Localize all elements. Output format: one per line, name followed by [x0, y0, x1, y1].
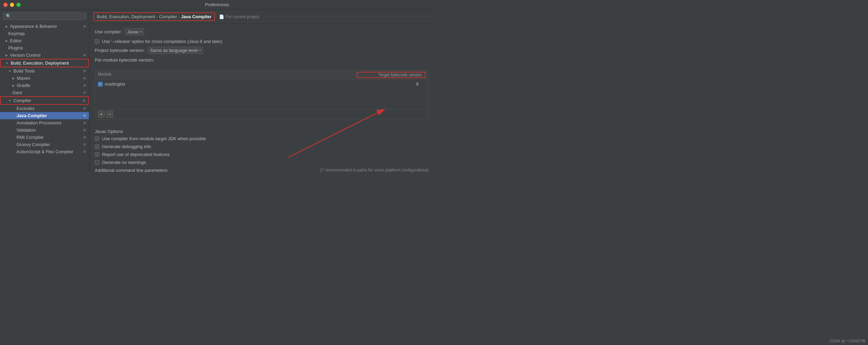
- project-icon: 📄: [219, 14, 224, 19]
- gradle-icon: ⚙: [83, 84, 86, 87]
- sidebar-item-build-tools[interactable]: Build Tools ⚙: [0, 67, 89, 75]
- compiler-value: Javac: [127, 29, 139, 34]
- sidebar-item-plugins[interactable]: Plugins: [0, 44, 89, 52]
- java-compiler-icon: ⚙: [83, 114, 86, 118]
- sidebar-label-plugins: Plugins: [8, 45, 23, 51]
- sidebar-label-vc: Version Control: [10, 53, 41, 58]
- excludes-icon: ⚙: [83, 107, 86, 110]
- col-version: Target bytecode version: [357, 72, 425, 78]
- use-compiler-label: Use compiler:: [95, 29, 122, 34]
- javac-checkbox-3[interactable]: [95, 160, 99, 165]
- release-option-checkbox[interactable]: [95, 39, 99, 44]
- form-section: Use compiler: Javac ▾ Use '--release' op…: [89, 24, 434, 70]
- sidebar-item-gant[interactable]: Gant ⚙: [0, 89, 89, 96]
- bytecode-version-label: Project bytecode version:: [95, 48, 145, 53]
- release-option-row: Use '--release' option for cross-compila…: [95, 39, 429, 44]
- sidebar-label-annotation: Annotation Processors: [16, 120, 61, 125]
- sidebar-item-gradle[interactable]: Gradle ⚙: [0, 82, 89, 89]
- sidebar-label-gradle: Gradle: [17, 83, 30, 88]
- triangle-editor-icon: [5, 39, 8, 43]
- javac-label-2: Report use of deprecated features: [102, 152, 170, 157]
- sidebar-item-maven[interactable]: Maven ⚙: [0, 75, 89, 82]
- vc-icon: ⚙: [83, 53, 86, 57]
- javac-option-2: Report use of deprecated features: [95, 152, 429, 157]
- table-row[interactable]: ▪ readinglist 8: [95, 80, 428, 88]
- bytecode-value: Same as language level: [150, 48, 198, 53]
- minimize-button[interactable]: [10, 3, 14, 7]
- for-current-project: 📄 For current project: [219, 14, 259, 19]
- triangle-gradle-icon: [12, 84, 15, 87]
- triangle-bt-icon: [8, 69, 11, 73]
- breadcrumb-build: Build, Execution, Deployment: [97, 14, 155, 19]
- sidebar-item-keymap[interactable]: Keymap: [0, 30, 89, 37]
- rmi-icon: ⚙: [83, 135, 86, 139]
- sidebar-label-editor: Editor: [10, 38, 22, 43]
- groovy-icon: ⚙: [83, 143, 86, 146]
- javac-checkbox-1[interactable]: [95, 144, 99, 149]
- table-empty-space: [95, 88, 428, 109]
- search-box[interactable]: 🔍: [3, 12, 86, 20]
- actionscript-icon: ⚙: [83, 150, 86, 154]
- sidebar-item-compiler[interactable]: Compiler ⚙: [0, 96, 89, 105]
- breadcrumb-nav: Build, Execution, Deployment › Compiler …: [93, 12, 215, 21]
- search-icon: 🔍: [6, 14, 11, 19]
- search-input[interactable]: [13, 14, 83, 19]
- remove-module-button[interactable]: −: [106, 111, 113, 118]
- javac-options-section: Use compiler from module target JDK when…: [89, 136, 434, 172]
- breadcrumb-compiler: Compiler: [159, 14, 177, 19]
- sidebar-item-actionscript[interactable]: ActionScript & Flex Compiler ⚙: [0, 148, 89, 155]
- maximize-button[interactable]: [16, 3, 21, 7]
- bytecode-dropdown-icon: ▾: [199, 48, 201, 52]
- sidebar-label-actionscript: ActionScript & Flex Compiler: [16, 149, 73, 154]
- per-module-label: Per-module bytecode version:: [95, 57, 154, 63]
- javac-label-0: Use compiler from module target JDK when…: [102, 136, 206, 141]
- sidebar-item-appearance[interactable]: Appearance & Behavior ⚙: [0, 23, 89, 30]
- close-button[interactable]: [3, 3, 8, 7]
- javac-checkbox-2[interactable]: [95, 152, 99, 157]
- content-area: Build, Execution, Deployment › Compiler …: [89, 10, 434, 172]
- sidebar-label-groovy: Groovy Compiler: [16, 142, 50, 147]
- bytecode-version-select[interactable]: Same as language level ▾: [148, 47, 203, 54]
- sidebar-item-annotation[interactable]: Annotation Processors ⚙: [0, 119, 89, 126]
- sidebar-item-version-control[interactable]: Version Control ⚙: [0, 52, 89, 59]
- javac-options-title: Javac Options: [89, 126, 434, 136]
- module-folder-icon: ▪: [98, 82, 103, 87]
- for-current-label: For current project: [226, 14, 259, 19]
- sidebar-label-keymap: Keymap: [8, 31, 25, 36]
- compiler-icon: ⚙: [82, 99, 85, 102]
- triangle-vc-icon: [5, 54, 8, 57]
- sidebar-item-java-compiler[interactable]: Java Compiler ⚙: [0, 112, 89, 119]
- javac-option-1: Generate debugging info: [95, 144, 429, 149]
- annotation-icon: ⚙: [83, 121, 86, 125]
- validation-icon: ⚙: [83, 128, 86, 132]
- breadcrumb-bar: Build, Execution, Deployment › Compiler …: [89, 10, 434, 24]
- sidebar-label-maven: Maven: [17, 76, 30, 81]
- sidebar-item-editor[interactable]: Editor: [0, 37, 89, 44]
- sidebar-label-excludes: Excludes: [16, 106, 35, 111]
- triangle-build-icon: [5, 62, 9, 65]
- release-option-label: Use '--release' option for cross-compila…: [102, 39, 222, 44]
- sidebar-item-build-execution[interactable]: Build, Execution, Deployment: [0, 59, 89, 67]
- javac-label-1: Generate debugging info: [102, 144, 151, 149]
- additional-params-hint: ('/' recommended in paths for cross-plat…: [320, 168, 429, 172]
- window-title: Preferences: [205, 2, 229, 7]
- sidebar-item-validation[interactable]: Validation ⚙: [0, 126, 89, 134]
- bytecode-version-row: Project bytecode version: Same as langua…: [95, 47, 429, 54]
- table-header: Module Target bytecode version: [95, 70, 428, 80]
- breadcrumb-sep1: ›: [157, 15, 158, 19]
- javac-checkbox-0[interactable]: [95, 136, 99, 141]
- use-compiler-select[interactable]: Javac ▾: [125, 28, 144, 35]
- title-bar: Preferences: [0, 0, 434, 10]
- javac-label-3: Generate no warnings: [102, 160, 146, 165]
- sidebar-item-excludes[interactable]: Excludes ⚙: [0, 105, 89, 112]
- sidebar-item-groovy[interactable]: Groovy Compiler ⚙: [0, 141, 89, 148]
- bt-icon: ⚙: [83, 69, 86, 73]
- sidebar-item-rmi[interactable]: RMI Compiler ⚙: [0, 134, 89, 141]
- sidebar-label-build-tools: Build Tools: [13, 68, 35, 74]
- javac-option-3: Generate no warnings: [95, 160, 429, 165]
- additional-params-label: Additional command line parameters:: [95, 168, 169, 172]
- sidebar-label-validation: Validation: [16, 127, 36, 133]
- add-module-button[interactable]: +: [98, 111, 105, 118]
- use-compiler-row: Use compiler: Javac ▾: [95, 28, 429, 35]
- dropdown-arrow-icon: ▾: [140, 30, 142, 34]
